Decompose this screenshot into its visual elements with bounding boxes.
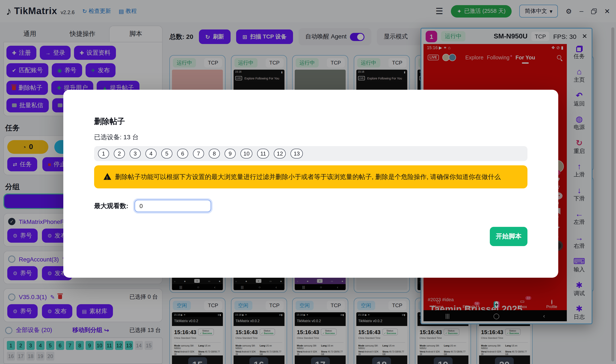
warning-banner: 删除帖子功能可以根据下方设置的最大浏览量进行过滤并删除小于或者等于该浏览量的帖子…: [94, 165, 527, 189]
device-chip-1: 1: [98, 149, 109, 158]
modal-title: 删除帖子: [94, 116, 527, 127]
device-chip-2: 2: [114, 149, 125, 158]
max-views-label: 最大观看数:: [94, 202, 128, 210]
delete-posts-modal: 删除帖子 已选设备: 13 台 12345678910111213 删除帖子功能…: [63, 90, 558, 278]
device-chip-13: 13: [291, 149, 303, 158]
selected-device-chips: 12345678910111213: [94, 146, 527, 161]
device-chip-3: 3: [130, 149, 141, 158]
device-chip-7: 7: [193, 149, 204, 158]
device-chip-11: 11: [257, 149, 269, 158]
device-chip-10: 10: [240, 149, 253, 158]
device-chip-8: 8: [209, 149, 220, 158]
selected-devices-label: 已选设备: 13 台: [94, 133, 527, 142]
warning-icon: [104, 173, 111, 180]
device-chip-9: 9: [225, 149, 236, 158]
start-script-button[interactable]: 开始脚本: [490, 227, 527, 246]
app-window: ♪ TikMatrix v2.2.6 ↻检查更新 ▤教程 ☰ ✦已激活 (255…: [0, 0, 616, 364]
device-chip-6: 6: [177, 149, 188, 158]
device-chip-5: 5: [161, 149, 172, 158]
max-views-input[interactable]: [134, 200, 211, 213]
device-chip-4: 4: [145, 149, 157, 158]
device-chip-12: 12: [274, 149, 286, 158]
